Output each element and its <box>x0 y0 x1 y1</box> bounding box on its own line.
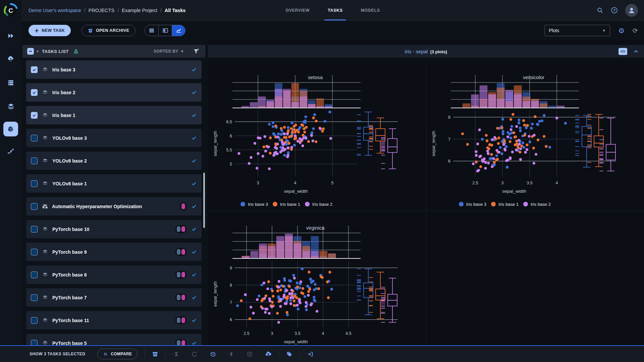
auto-refresh-icon[interactable]: ⟳ <box>633 27 638 34</box>
chevron-down-icon: ▼ <box>180 49 184 53</box>
task-checkbox[interactable] <box>31 112 38 119</box>
breadcrumb-project[interactable]: Example Project <box>122 8 157 13</box>
task-row[interactable]: Iris base 3 <box>26 60 202 79</box>
task-row[interactable]: PyTorch base 8 <box>26 265 202 284</box>
settings-gear-icon[interactable]: ⚙ <box>618 27 625 34</box>
compare-button[interactable]: COMPARE <box>97 349 138 359</box>
task-row[interactable]: YOLOv8 base 3 <box>26 129 202 147</box>
svg-text:Iris base 1: Iris base 1 <box>280 202 300 207</box>
chart-view-toggle[interactable] <box>172 25 185 36</box>
task-row[interactable]: PyTorch base 5 <box>26 334 202 345</box>
task-checkbox[interactable] <box>31 158 38 164</box>
task-checkbox[interactable] <box>31 89 38 96</box>
task-row[interactable]: PyTorch base 7 <box>26 288 202 307</box>
view-toggle-group <box>145 25 185 36</box>
task-checkbox[interactable] <box>31 272 38 278</box>
help-icon[interactable]: ? <box>611 7 618 14</box>
nav-datasets-icon[interactable] <box>4 100 17 113</box>
tab-models[interactable]: MODELS <box>358 0 383 20</box>
publish-icon[interactable] <box>265 351 272 357</box>
task-name[interactable]: YOLOv8 base 1 <box>52 181 87 186</box>
tasks-list-scrollbar[interactable] <box>203 173 205 228</box>
nav-projects-icon[interactable] <box>3 122 18 136</box>
task-name[interactable]: PyTorch base 9 <box>52 249 87 255</box>
status-completed-icon <box>191 203 197 209</box>
task-checkbox[interactable] <box>31 249 38 255</box>
svg-text:5.5: 5.5 <box>226 148 232 153</box>
task-checkbox[interactable] <box>31 294 38 301</box>
select-all-checkbox[interactable] <box>27 48 34 55</box>
task-checkbox[interactable] <box>31 135 38 141</box>
plot-setosa[interactable]: 6.565.55345sepal_widthsepal_lengthsetosa… <box>208 60 426 210</box>
task-name[interactable]: PyTorch base 8 <box>52 272 87 278</box>
svg-text:2.5: 2.5 <box>244 331 249 336</box>
task-name[interactable]: Iris base 3 <box>52 67 75 72</box>
task-name[interactable]: PyTorch base 10 <box>52 227 89 232</box>
new-task-button[interactable]: NEW TASK <box>29 25 71 36</box>
embed-code-icon[interactable]: </> <box>619 48 627 55</box>
task-row[interactable]: PyTorch base 11 <box>26 311 202 329</box>
task-name[interactable]: PyTorch base 5 <box>52 341 87 346</box>
task-row[interactable]: YOLOv8 base 1 <box>26 174 202 193</box>
task-row[interactable]: PyTorch base 9 <box>26 243 202 261</box>
retry-history-icon[interactable] <box>210 351 216 357</box>
breadcrumb-projects[interactable]: PROJECTS <box>89 8 114 13</box>
experiment-type-icon <box>42 294 48 301</box>
task-name[interactable]: Iris base 1 <box>52 113 75 118</box>
clearml-logo[interactable]: C <box>3 3 18 18</box>
task-checkbox[interactable] <box>31 226 38 233</box>
customize-columns-icon[interactable] <box>73 48 79 55</box>
task-checkbox[interactable] <box>31 66 38 73</box>
sorted-by-dropdown[interactable]: SORTED BY▼ <box>154 49 184 54</box>
filter-funnel-icon[interactable] <box>193 48 199 55</box>
task-name[interactable]: PyTorch base 11 <box>52 318 89 323</box>
abort-all-children-icon <box>247 351 253 357</box>
nav-pipelines-icon[interactable] <box>4 144 17 158</box>
nav-workers-queues-icon[interactable] <box>4 76 17 89</box>
split-view-toggle[interactable] <box>158 25 172 36</box>
task-checkbox[interactable] <box>31 180 38 187</box>
user-avatar[interactable] <box>625 4 638 17</box>
archive-action-icon[interactable] <box>152 351 158 357</box>
task-row[interactable]: Automatic Hyperparameter Optimization <box>26 197 202 216</box>
metric-view-dropdown[interactable]: Plots ▼ <box>544 25 610 36</box>
svg-text:Iris base 1: Iris base 1 <box>498 202 519 207</box>
breadcrumb-workspace[interactable]: Demo User's workspace <box>29 8 81 13</box>
nav-getting-started-icon[interactable] <box>4 29 17 43</box>
task-name[interactable]: PyTorch base 7 <box>52 295 87 300</box>
plus-icon <box>35 28 39 33</box>
plot-section-header[interactable]: iris - sepal (3 plots) </> <box>208 45 644 58</box>
add-tag-icon[interactable] <box>286 351 292 357</box>
show-selected-label[interactable]: SHOW 3 TASKS SELECTED <box>30 352 85 356</box>
tab-overview[interactable]: OVERVIEW <box>282 0 313 20</box>
task-row[interactable]: Iris base 2 <box>26 83 202 102</box>
selection-menu-caret-icon[interactable]: ▼ <box>36 50 39 53</box>
plot-virginica[interactable]: 98762.533.544.5sepal_widthsepal_lengthvi… <box>208 210 426 345</box>
move-to-project-icon[interactable] <box>307 351 313 357</box>
svg-text:3: 3 <box>501 181 504 185</box>
task-checkbox[interactable] <box>31 340 38 346</box>
task-checkbox[interactable] <box>31 203 38 210</box>
divider <box>300 350 300 358</box>
task-name[interactable]: YOLOv8 base 3 <box>52 135 87 141</box>
open-archive-button[interactable]: OPEN ARCHIVE <box>82 25 136 36</box>
status-completed-icon <box>191 67 197 72</box>
task-row[interactable]: YOLOv8 base 2 <box>26 152 202 170</box>
task-row[interactable]: Iris base 1 <box>26 106 202 124</box>
svg-text:sepal_length: sepal_length <box>213 131 218 157</box>
breadcrumb-separator: / <box>84 8 86 13</box>
task-name[interactable]: Automatic Hyperparameter Optimization <box>52 204 142 209</box>
task-name[interactable]: Iris base 2 <box>52 90 75 95</box>
table-view-toggle[interactable] <box>145 25 158 36</box>
task-row[interactable]: PyTorch base 10 <box>26 220 202 238</box>
tasks-rows: Iris base 3Iris base 2Iris base 1YOLOv8 … <box>22 60 205 345</box>
collapse-section-icon[interactable] <box>633 49 639 53</box>
hyperparam-optimization-icon <box>42 203 48 209</box>
nav-serving-icon[interactable] <box>4 52 17 65</box>
plot-versicolor[interactable]: 8762.533.54sepal_widthsepal_lengthversic… <box>426 60 644 210</box>
search-icon[interactable] <box>597 7 603 14</box>
task-checkbox[interactable] <box>31 317 38 324</box>
task-name[interactable]: YOLOv8 base 2 <box>52 158 87 164</box>
tab-tasks[interactable]: TASKS <box>324 0 346 20</box>
task-tags <box>175 316 186 324</box>
